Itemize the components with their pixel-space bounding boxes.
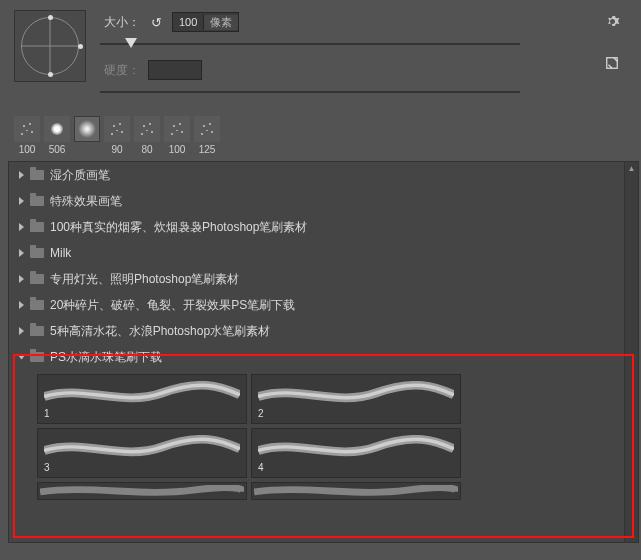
folder-label: 湿介质画笔 [50, 167, 110, 184]
brush-angle-preview[interactable] [14, 10, 86, 82]
size-value: 100 [173, 16, 203, 28]
folder-icon [30, 248, 44, 258]
hardness-label: 硬度： [100, 62, 140, 79]
brush-thumb[interactable]: 2 [251, 374, 461, 424]
chevron-right-icon[interactable] [19, 171, 24, 179]
folder-node[interactable]: 专用灯光、照明Photoshop笔刷素材 [9, 266, 624, 292]
folder-icon [30, 274, 44, 284]
reset-size-icon[interactable]: ↺ [148, 14, 164, 30]
brush-preset-size: 80 [141, 144, 152, 155]
folder-label: 特殊效果画笔 [50, 193, 122, 210]
brush-thumb[interactable]: 4 [251, 428, 461, 478]
hardness-slider[interactable] [100, 84, 520, 100]
folder-icon [30, 170, 44, 180]
folder-node[interactable]: PS水滴水珠笔刷下载 [9, 344, 624, 370]
folder-icon [30, 352, 44, 362]
brush-preset-size: 125 [199, 144, 216, 155]
folder-label: 5种高清水花、水浪Photoshop水笔刷素材 [50, 323, 270, 340]
chevron-right-icon[interactable] [19, 275, 24, 283]
brush-thumb-label: 4 [258, 462, 264, 473]
chevron-right-icon[interactable] [19, 301, 24, 309]
brush-preset-size: 100 [19, 144, 36, 155]
brush-preset-1[interactable] [44, 116, 70, 142]
brush-preset-5[interactable] [164, 116, 190, 142]
brush-preset-size: 506 [49, 144, 66, 155]
folder-node[interactable]: 5种高清水花、水浪Photoshop水笔刷素材 [9, 318, 624, 344]
hardness-input[interactable] [148, 60, 202, 80]
folder-label: 100种真实的烟雾、炊烟袅袅Photoshop笔刷素材 [50, 219, 307, 236]
size-label: 大小： [100, 14, 140, 31]
brush-thumb[interactable]: 3 [37, 428, 247, 478]
folder-label: 专用灯光、照明Photoshop笔刷素材 [50, 271, 239, 288]
gear-icon[interactable] [603, 12, 621, 30]
folder-node[interactable]: 100种真实的烟雾、炊烟袅袅Photoshop笔刷素材 [9, 214, 624, 240]
brush-preset-size: 90 [111, 144, 122, 155]
folder-icon [30, 300, 44, 310]
chevron-right-icon[interactable] [19, 327, 24, 335]
brush-preset-6[interactable] [194, 116, 220, 142]
brush-preset-3[interactable] [104, 116, 130, 142]
folder-label: PS水滴水珠笔刷下载 [50, 349, 162, 366]
folder-icon [30, 222, 44, 232]
new-document-icon[interactable] [603, 54, 621, 72]
brush-thumb-label: 1 [44, 408, 50, 419]
folder-label: 20种碎片、破碎、龟裂、开裂效果PS笔刷下载 [50, 297, 295, 314]
size-slider[interactable] [100, 36, 520, 52]
brush-preset-strip: 1005069080100125 [0, 112, 641, 157]
folder-label: Milk [50, 246, 71, 260]
folder-icon [30, 326, 44, 336]
brush-preset-4[interactable] [134, 116, 160, 142]
folder-node[interactable]: 特殊效果画笔 [9, 188, 624, 214]
scroll-up-icon[interactable]: ▲ [628, 164, 635, 172]
brush-thumb[interactable] [37, 482, 247, 500]
folder-node[interactable]: Milk [9, 240, 624, 266]
size-input[interactable]: 100 像素 [172, 12, 239, 32]
brush-thumb-label: 3 [44, 462, 50, 473]
scrollbar[interactable]: ▲ [624, 162, 638, 542]
brush-preset-2[interactable] [74, 116, 100, 142]
chevron-right-icon[interactable] [19, 249, 24, 257]
brush-thumb[interactable] [251, 482, 461, 500]
chevron-right-icon[interactable] [19, 197, 24, 205]
size-unit: 像素 [203, 15, 238, 30]
folder-node[interactable]: 20种碎片、破碎、龟裂、开裂效果PS笔刷下载 [9, 292, 624, 318]
chevron-right-icon[interactable] [19, 223, 24, 231]
brush-thumb-label: 2 [258, 408, 264, 419]
folder-node[interactable]: 湿介质画笔 [9, 162, 624, 188]
brush-tree: 湿介质画笔特殊效果画笔100种真实的烟雾、炊烟袅袅Photoshop笔刷素材Mi… [8, 161, 639, 543]
brush-preset-0[interactable] [14, 116, 40, 142]
brush-thumb[interactable]: 1 [37, 374, 247, 424]
folder-icon [30, 196, 44, 206]
chevron-down-icon[interactable] [18, 355, 26, 360]
brush-preset-size: 100 [169, 144, 186, 155]
